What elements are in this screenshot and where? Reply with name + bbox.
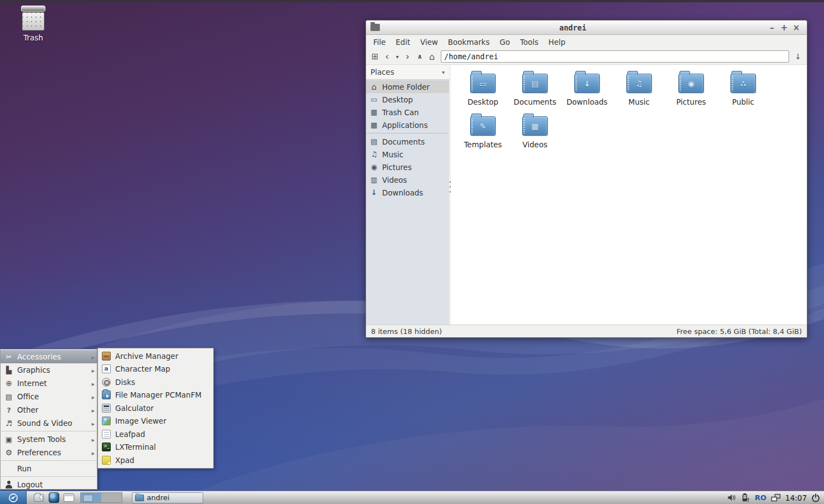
menu-item-label: Other xyxy=(17,405,87,414)
submenu-arrow-icon xyxy=(91,366,95,374)
sidebar-item-applications[interactable]: Applications xyxy=(366,119,449,131)
menu-item-label: LXTerminal xyxy=(115,443,156,451)
lubuntu-logo-icon xyxy=(8,492,19,503)
file-item-public[interactable]: Public xyxy=(717,70,769,112)
menu-category-office[interactable]: Office xyxy=(1,390,97,403)
menu-item-label: Run xyxy=(17,464,95,473)
sidebar-item-desktop[interactable]: Desktop xyxy=(366,93,449,106)
workspace-pager[interactable] xyxy=(80,492,122,503)
show-desktop-button[interactable] xyxy=(61,492,76,504)
pane-splitter[interactable] xyxy=(449,65,451,325)
office-icon xyxy=(4,393,13,401)
menu-item-logout[interactable]: Logout xyxy=(1,478,97,491)
submenu-item-character-map[interactable]: Character Map xyxy=(98,363,213,376)
menu-view[interactable]: View xyxy=(415,36,443,48)
desktop-emblem-icon xyxy=(471,74,495,92)
menu-item-run[interactable]: Run xyxy=(1,462,97,475)
clock[interactable]: 14:07 xyxy=(785,493,807,502)
menu-category-system-tools[interactable]: System Tools xyxy=(1,433,97,446)
up-button[interactable] xyxy=(414,50,425,63)
menu-category-internet[interactable]: Internet xyxy=(1,377,97,390)
start-menu-button[interactable] xyxy=(0,491,27,504)
menu-file[interactable]: File xyxy=(368,36,391,48)
music-emblem-icon xyxy=(627,74,651,92)
accessories-icon xyxy=(4,353,13,361)
submenu-item-galculator[interactable]: Galculator xyxy=(98,402,213,415)
sidebar-item-videos[interactable]: Videos xyxy=(366,173,449,186)
new-tab-button[interactable] xyxy=(369,50,380,63)
forward-button[interactable] xyxy=(402,50,413,63)
submenu-item-disks[interactable]: Disks xyxy=(98,376,213,389)
keyboard-layout-indicator[interactable]: RO xyxy=(755,493,766,502)
file-item-music[interactable]: Music xyxy=(613,70,665,112)
sidebar-separator xyxy=(367,133,449,133)
power-icon[interactable] xyxy=(811,493,820,502)
side-pane-mode-select[interactable]: Places xyxy=(366,65,449,80)
sidebar-item-home-folder[interactable]: Home Folder xyxy=(366,80,449,93)
close-button[interactable]: × xyxy=(790,22,802,34)
menu-go[interactable]: Go xyxy=(495,36,515,48)
maximize-button[interactable]: + xyxy=(778,22,790,34)
sidebar-item-label: Trash Can xyxy=(382,108,419,117)
file-item-downloads[interactable]: Downloads xyxy=(561,70,613,112)
home-button[interactable] xyxy=(426,50,437,63)
file-item-pictures[interactable]: Pictures xyxy=(665,70,717,112)
back-button[interactable] xyxy=(382,50,393,63)
sidebar-item-trash-can[interactable]: Trash Can xyxy=(366,106,449,119)
menu-tools[interactable]: Tools xyxy=(515,36,543,48)
menu-category-preferences[interactable]: Preferences xyxy=(1,446,97,459)
sidebar-item-music[interactable]: Music xyxy=(366,148,449,161)
file-label: Videos xyxy=(523,140,548,149)
start-menu: Accessories Graphics Internet Office Oth… xyxy=(0,349,97,490)
file-item-documents[interactable]: Documents xyxy=(509,70,561,112)
status-bar: 8 items (18 hidden) Free space: 5,6 GiB … xyxy=(366,325,807,337)
path-input[interactable] xyxy=(441,50,789,63)
sidebar-item-documents[interactable]: Documents xyxy=(366,135,449,148)
submenu-arrow-icon xyxy=(91,392,95,401)
music-icon xyxy=(370,150,378,158)
menu-help[interactable]: Help xyxy=(543,36,570,48)
workspace-2[interactable] xyxy=(101,493,122,502)
task-button-andrei[interactable]: andrei xyxy=(132,492,203,503)
network-icon[interactable] xyxy=(771,493,781,502)
submenu-item-file-manager[interactable]: File Manager PCManFM xyxy=(98,389,213,402)
videos-icon xyxy=(370,176,378,184)
workspace-1[interactable] xyxy=(81,493,101,502)
trash-desktop-icon[interactable]: Trash xyxy=(16,6,51,42)
file-label: Templates xyxy=(464,140,502,149)
submenu-arrow-icon xyxy=(91,435,95,444)
submenu-item-archive-manager[interactable]: Archive Manager xyxy=(98,349,213,363)
file-item-templates[interactable]: Templates xyxy=(457,112,509,155)
internet-icon xyxy=(4,379,13,388)
jump-to-path-button[interactable] xyxy=(792,50,804,63)
menu-bookmarks[interactable]: Bookmarks xyxy=(443,36,495,48)
volume-icon[interactable] xyxy=(727,493,737,502)
folder-icon xyxy=(678,74,704,93)
minimize-button[interactable]: – xyxy=(766,22,778,34)
file-item-videos[interactable]: Videos xyxy=(509,112,561,155)
free-space-text: Free space: 5,6 GiB (Total: 8,4 GiB) xyxy=(677,327,802,336)
menu-category-accessories[interactable]: Accessories xyxy=(1,350,97,363)
submenu-item-image-viewer[interactable]: Image Viewer xyxy=(98,415,213,428)
submenu-item-xpad[interactable]: Xpad xyxy=(98,454,213,467)
desktop-window-icon xyxy=(64,493,74,502)
window-titlebar[interactable]: andrei – + × xyxy=(366,20,807,35)
menu-category-sound-video[interactable]: Sound & Video xyxy=(1,416,97,430)
other-icon xyxy=(4,406,13,414)
menu-edit[interactable]: Edit xyxy=(391,36,415,48)
sidebar-item-downloads[interactable]: Downloads xyxy=(366,186,449,199)
menu-category-other[interactable]: Other xyxy=(1,403,97,416)
file-manager-window: andrei – + × File Edit View Bookmarks Go… xyxy=(365,20,807,338)
battery-icon[interactable] xyxy=(741,493,750,502)
file-manager-launcher[interactable] xyxy=(32,492,46,504)
submenu-item-leafpad[interactable]: Leafpad xyxy=(98,428,213,441)
menu-category-graphics[interactable]: Graphics xyxy=(1,363,97,377)
file-item-desktop[interactable]: Desktop xyxy=(457,70,509,112)
history-dropdown-button[interactable] xyxy=(394,50,401,63)
file-list[interactable]: Desktop Documents Downloads Music Pictur… xyxy=(451,65,807,325)
folder-icon xyxy=(574,74,600,93)
web-browser-launcher[interactable] xyxy=(47,492,61,504)
menu-item-label: Preferences xyxy=(17,448,87,457)
submenu-item-lxterminal[interactable]: LXTerminal xyxy=(98,441,213,454)
sidebar-item-pictures[interactable]: Pictures xyxy=(366,161,449,173)
